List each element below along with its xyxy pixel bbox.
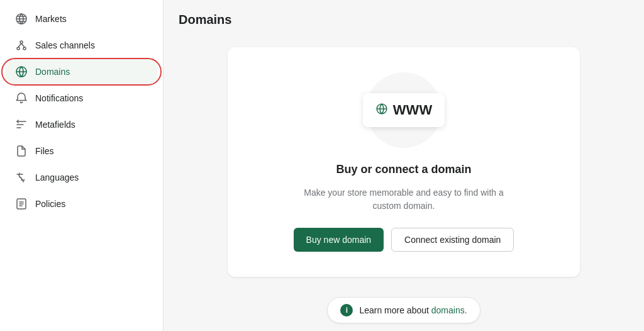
domain-card: WWW Buy or connect a domain Make your st… [228, 47, 580, 277]
sidebar-item-sales-channels[interactable]: Sales channels [5, 33, 158, 58]
sidebar-item-files[interactable]: Files [5, 138, 158, 164]
sidebar-item-domains-label: Domains [35, 67, 70, 77]
domain-icon-box: WWW [363, 93, 445, 127]
sidebar-item-metafields-label: Metafields [35, 120, 75, 130]
sidebar-item-languages[interactable]: Languages [5, 165, 158, 190]
learn-more-pill: i Learn more about domains. [327, 297, 480, 323]
languages-icon [15, 171, 28, 184]
main-content-area: Domains WWW Buy or connect a domain Make [164, 0, 644, 331]
learn-more-text: Learn more about domains. [359, 305, 467, 315]
sidebar-item-markets[interactable]: Markets [5, 6, 158, 31]
buy-domain-button[interactable]: Buy new domain [294, 228, 384, 252]
sidebar-item-sales-channels-label: Sales channels [35, 40, 95, 50]
sidebar: Markets Sales channels Domains [0, 0, 164, 331]
sidebar-item-files-label: Files [35, 146, 54, 156]
sidebar-item-policies[interactable]: Policies [5, 191, 158, 216]
policies-icon [15, 198, 28, 210]
page-header: Domains [164, 0, 644, 35]
www-label: WWW [393, 102, 432, 118]
info-icon: i [340, 304, 353, 317]
page-title: Domains [179, 13, 629, 27]
sidebar-item-metafields[interactable]: Metafields [5, 112, 158, 137]
domain-card-actions: Buy new domain Connect existing domain [294, 228, 514, 252]
sidebar-item-markets-label: Markets [35, 14, 67, 24]
svg-point-2 [20, 41, 23, 43]
sidebar-item-notifications[interactable]: Notifications [5, 86, 158, 111]
markets-icon [15, 13, 28, 25]
sidebar-item-notifications-label: Notifications [35, 93, 83, 103]
footer-banner: i Learn more about domains. [327, 289, 480, 331]
notifications-icon [15, 92, 28, 104]
sidebar-item-languages-label: Languages [35, 172, 79, 182]
domain-card-title: Buy or connect a domain [336, 163, 471, 176]
domains-link[interactable]: domains. [431, 305, 467, 315]
domain-card-description: Make your store memorable and easy to fi… [297, 186, 511, 213]
learn-more-prefix: Learn more about [359, 305, 431, 315]
metafields-icon [15, 118, 28, 131]
info-icon-label: i [346, 306, 348, 315]
globe-icon [375, 103, 388, 118]
sidebar-item-domains[interactable]: Domains [5, 59, 158, 84]
domains-icon [15, 65, 28, 78]
domain-icon-wrapper: WWW [366, 72, 441, 148]
domains-main: WWW Buy or connect a domain Make your st… [164, 35, 644, 331]
sales-channels-icon [15, 39, 28, 52]
files-icon [15, 145, 28, 157]
svg-point-1 [17, 47, 19, 50]
connect-domain-button[interactable]: Connect existing domain [391, 228, 514, 252]
sidebar-item-policies-label: Policies [35, 199, 65, 209]
svg-point-3 [23, 47, 26, 50]
